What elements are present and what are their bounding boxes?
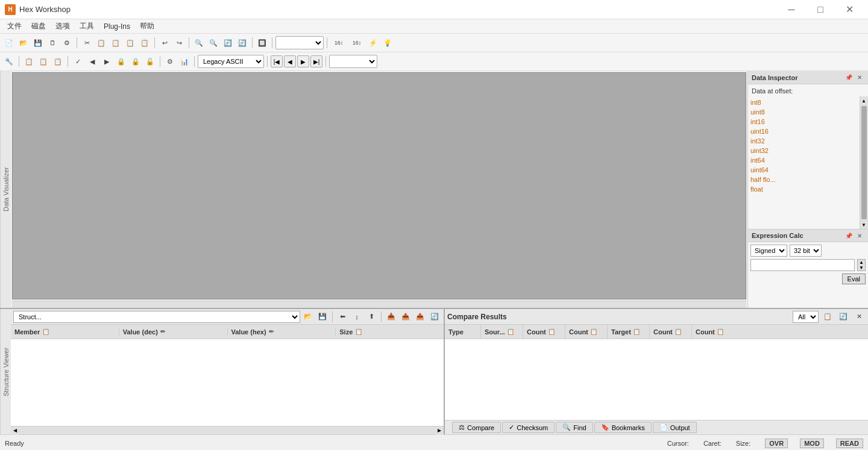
- expr-calc-pin[interactable]: 📌: [844, 231, 854, 240]
- col-count1-icon[interactable]: 📋: [548, 328, 555, 335]
- tb-open[interactable]: 📂: [17, 36, 30, 49]
- tb2-arrows2[interactable]: ▶: [100, 55, 113, 68]
- tb-new[interactable]: 📄: [2, 36, 16, 49]
- tb2-arrows1[interactable]: ◀: [86, 55, 99, 68]
- tb2-lock2[interactable]: 🔒: [129, 55, 142, 68]
- col-source-icon[interactable]: 📋: [507, 328, 514, 335]
- tb2-gear[interactable]: ⚙: [163, 55, 177, 68]
- expr-calc-close[interactable]: ✕: [855, 231, 864, 240]
- tb2-clip1[interactable]: 📋: [22, 55, 36, 68]
- tb2-lock1[interactable]: 🔒: [115, 55, 128, 68]
- col-size-icon[interactable]: 📋: [355, 328, 362, 335]
- tb-redo[interactable]: ↪: [172, 36, 186, 49]
- tb-undo[interactable]: ↩: [158, 36, 171, 49]
- type-int16[interactable]: int16: [748, 117, 860, 127]
- struct-select[interactable]: Struct...: [13, 311, 300, 323]
- struct-open[interactable]: 📂: [301, 310, 315, 323]
- hscroll-right[interactable]: ▶: [435, 427, 444, 435]
- struct-action1[interactable]: 📥: [385, 310, 398, 323]
- tb2-tool1[interactable]: 🔧: [2, 55, 16, 68]
- tb-icon1[interactable]: ⚡: [366, 36, 380, 49]
- signed-select[interactable]: Signed: [750, 245, 787, 257]
- expr-input[interactable]: [750, 259, 855, 271]
- menu-help[interactable]: 帮助: [135, 20, 159, 33]
- tb2-clip3[interactable]: 📋: [51, 55, 64, 68]
- tb-copy2[interactable]: 📋: [109, 36, 122, 49]
- tb-extra[interactable]: 🔲: [256, 36, 269, 49]
- data-inspector-close[interactable]: ✕: [855, 73, 864, 83]
- type-int64[interactable]: int64: [748, 155, 860, 165]
- struct-action4[interactable]: 🔄: [428, 310, 441, 323]
- tab-checksum[interactable]: ✓ Checksum: [502, 422, 555, 433]
- struct-nav3[interactable]: ⬆: [365, 310, 378, 323]
- struct-nav1[interactable]: ⬅: [336, 310, 349, 323]
- tab-find[interactable]: 🔍 Find: [556, 422, 593, 433]
- col-target-icon[interactable]: 📋: [633, 328, 640, 335]
- bits-select[interactable]: 32 bit: [790, 245, 822, 257]
- tb-find2[interactable]: 🔍: [207, 36, 220, 49]
- tb2-check1[interactable]: ✓: [71, 55, 84, 68]
- nav-next[interactable]: ▶: [297, 55, 309, 67]
- tb-save-all[interactable]: 🗒: [46, 36, 59, 49]
- col-value-hex-icon[interactable]: ✏: [269, 328, 274, 335]
- type-uint16[interactable]: uint16: [748, 127, 860, 136]
- col-value-dec-icon[interactable]: ✏: [160, 328, 165, 335]
- tb-cut[interactable]: ✂: [80, 36, 93, 49]
- tab-output[interactable]: 📄 Output: [653, 422, 697, 433]
- close-button[interactable]: ✕: [835, 0, 863, 19]
- compare-copy[interactable]: 📋: [821, 310, 834, 323]
- menu-options[interactable]: 选项: [51, 20, 75, 33]
- struct-action3[interactable]: 📤: [414, 310, 427, 323]
- tb-save[interactable]: 💾: [31, 36, 45, 49]
- type-int32[interactable]: int32: [748, 136, 860, 146]
- compare-filter[interactable]: All: [793, 311, 819, 323]
- type-uint32[interactable]: uint32: [748, 146, 860, 155]
- expr-spinbox[interactable]: ▲ ▼: [857, 259, 866, 271]
- struct-save[interactable]: 💾: [316, 310, 329, 323]
- tb-hex1[interactable]: 16↕: [330, 36, 347, 49]
- data-inspector-pin[interactable]: 📌: [844, 73, 854, 83]
- hex-view[interactable]: [12, 72, 746, 299]
- hscroll-left[interactable]: ◀: [11, 427, 19, 435]
- struct-nav2[interactable]: ↕: [350, 310, 363, 323]
- tab-compare[interactable]: ⚖ Compare: [452, 422, 501, 433]
- type-float[interactable]: float: [748, 184, 860, 194]
- nav-select[interactable]: [329, 55, 377, 68]
- tb-paste2[interactable]: 📋: [138, 36, 151, 49]
- tb-hex2[interactable]: 16↕: [348, 36, 365, 49]
- h-scrollbar[interactable]: [19, 427, 435, 434]
- tb2-clip2[interactable]: 📋: [37, 55, 50, 68]
- scrollbar-thumb[interactable]: [861, 106, 867, 219]
- col-count4-icon[interactable]: 📋: [717, 328, 724, 335]
- data-inspector-scrollbar[interactable]: ▲ ▼: [860, 96, 868, 229]
- col-count2-icon[interactable]: 📋: [590, 328, 597, 335]
- hex-scrollbar-h[interactable]: [12, 301, 746, 308]
- maximize-button[interactable]: □: [807, 0, 834, 19]
- compare-close-btn[interactable]: ✕: [852, 310, 866, 323]
- tb-paste[interactable]: 📋: [124, 36, 137, 49]
- tb2-lock3[interactable]: 🔓: [143, 55, 157, 68]
- eval-button[interactable]: Eval: [842, 273, 866, 284]
- col-count3-icon[interactable]: 📋: [675, 328, 682, 335]
- tb-find[interactable]: 🔍: [192, 36, 206, 49]
- struct-action2[interactable]: 📤: [399, 310, 412, 323]
- minimize-button[interactable]: ─: [778, 0, 805, 19]
- tb-copy[interactable]: 📋: [95, 36, 108, 49]
- tb-special[interactable]: ⚙: [60, 36, 74, 49]
- tab-bookmarks[interactable]: 🔖 Bookmarks: [594, 422, 652, 433]
- col-member-icon[interactable]: 📋: [42, 328, 49, 335]
- encoding-select[interactable]: [275, 36, 324, 49]
- type-half-float[interactable]: half flo...: [748, 175, 860, 184]
- menu-file[interactable]: 文件: [2, 20, 27, 33]
- type-int8[interactable]: int8: [748, 98, 860, 107]
- menu-tools[interactable]: 工具: [75, 20, 99, 33]
- menu-plugins[interactable]: Plug-Ins: [99, 21, 135, 32]
- tb-compare[interactable]: 🔄: [236, 36, 249, 49]
- tb-icon2[interactable]: 💡: [381, 36, 394, 49]
- tb2-chart[interactable]: 📊: [178, 55, 191, 68]
- type-uint8[interactable]: uint8: [748, 107, 860, 117]
- encoding-select-2[interactable]: Legacy ASCII: [198, 55, 264, 68]
- nav-last[interactable]: ▶|: [310, 55, 322, 67]
- nav-prev[interactable]: ◀: [284, 55, 296, 67]
- compare-refresh[interactable]: 🔄: [837, 310, 850, 323]
